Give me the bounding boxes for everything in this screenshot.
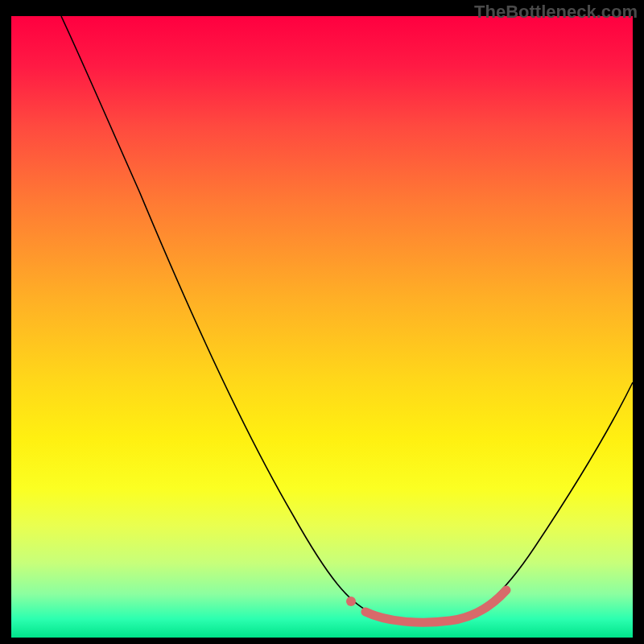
chart-container: TheBottleneck.com [0, 0, 644, 644]
curve-svg [11, 16, 633, 638]
watermark-text: TheBottleneck.com [474, 2, 638, 23]
plot-area [11, 16, 633, 638]
highlight-start-dot [346, 597, 356, 606]
valley-highlight [365, 590, 506, 622]
bottleneck-curve [61, 16, 633, 621]
